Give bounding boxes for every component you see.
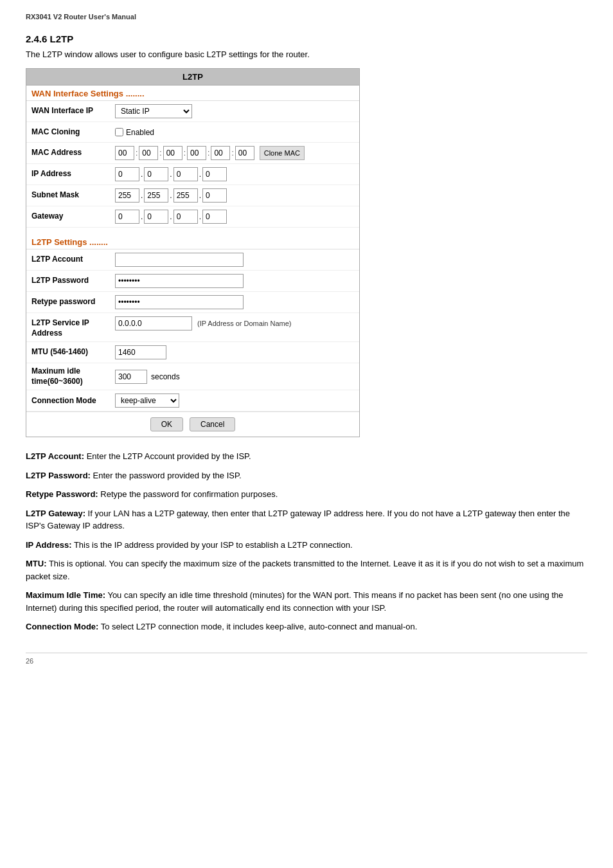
desc-l2tp-password-term: L2TP Password:	[26, 471, 91, 480]
desc-max-idle: Maximum Idle Time: You can specify an id…	[26, 589, 587, 614]
subnet-mask-label: Subnet Mask	[31, 190, 115, 201]
desc-l2tp-password-text: Enter the password provided by the ISP.	[93, 471, 242, 480]
gateway-field-3[interactable]	[173, 210, 198, 224]
ip-field-1[interactable]	[115, 167, 139, 181]
mac-cloning-enabled-text: Enabled	[126, 128, 154, 137]
wan-interface-ip-select[interactable]: Static IP DHCP PPPoE	[115, 104, 192, 118]
mtu-value	[115, 345, 354, 359]
mac-field-1[interactable]	[115, 146, 134, 160]
l2tp-service-ip-row: L2TP Service IP Address (IP Address or D…	[26, 313, 359, 342]
ip-sep-2: .	[170, 170, 172, 179]
mtu-row: MTU (546-1460)	[26, 342, 359, 363]
ip-address-label: IP Address	[31, 169, 115, 179]
section-title: 2.4.6 L2TP	[26, 33, 587, 44]
cancel-button[interactable]: Cancel	[190, 417, 235, 431]
wan-interface-ip-value[interactable]: Static IP DHCP PPPoE	[115, 104, 354, 118]
l2tp-account-value	[115, 253, 354, 267]
subnet-field-3[interactable]	[173, 188, 198, 203]
l2tp-account-input[interactable]	[115, 253, 244, 267]
mtu-label: MTU (546-1460)	[31, 347, 115, 357]
subnet-sep-3: .	[199, 191, 201, 200]
gateway-sep-3: .	[199, 212, 201, 221]
clone-mac-button[interactable]: Clone MAC	[260, 146, 305, 160]
ip-sep-3: .	[199, 170, 201, 179]
subnet-mask-row: Subnet Mask . . .	[26, 185, 359, 206]
desc-l2tp-gateway-text: If your LAN has a L2TP gateway, then ent…	[26, 509, 570, 531]
ip-field-4[interactable]	[202, 167, 227, 181]
gateway-field-4[interactable]	[202, 210, 227, 224]
mac-field-2[interactable]	[139, 146, 158, 160]
gateway-sep-1: .	[141, 212, 143, 221]
gateway-sep-2: .	[170, 212, 172, 221]
desc-max-idle-term: Maximum Idle Time:	[26, 590, 105, 600]
mac-cloning-row: MAC Cloning Enabled	[26, 122, 359, 143]
retype-password-input[interactable]	[115, 295, 244, 309]
desc-connection-mode-term: Connection Mode:	[26, 622, 98, 631]
mac-cloning-value: Enabled	[115, 128, 354, 137]
gateway-value: . . .	[115, 210, 354, 224]
wan-section-header: WAN Interface Settings ........	[26, 86, 359, 101]
l2tp-password-value	[115, 274, 354, 288]
l2tp-password-row: L2TP Password	[26, 271, 359, 292]
mac-sep-1: :	[136, 149, 138, 158]
mac-field-4[interactable]	[187, 146, 206, 160]
desc-retype-password: Retype Password: Retype the password for…	[26, 488, 587, 501]
mac-cloning-checkbox-label[interactable]: Enabled	[115, 128, 154, 137]
idle-unit-text: seconds	[151, 372, 180, 381]
l2tp-service-ip-value: (IP Address or Domain Name)	[115, 316, 354, 330]
desc-l2tp-password: L2TP Password: Enter the password provid…	[26, 469, 587, 482]
mtu-input[interactable]	[115, 345, 166, 359]
ip-address-value: . . .	[115, 167, 354, 181]
mac-cloning-checkbox[interactable]	[115, 128, 123, 136]
subnet-sep-1: .	[141, 191, 143, 200]
mac-cloning-label: MAC Cloning	[31, 127, 115, 138]
connection-mode-value: keep-alive auto-connect manual-on	[115, 393, 354, 408]
connection-mode-select[interactable]: keep-alive auto-connect manual-on	[115, 393, 179, 408]
gateway-row: Gateway . . .	[26, 206, 359, 228]
l2tp-service-ip-input[interactable]	[115, 316, 192, 330]
mac-address-row: MAC Address : : : : : Clone MAC	[26, 143, 359, 164]
gateway-field-2[interactable]	[144, 210, 168, 224]
desc-max-idle-text: You can specify an idle time threshold (…	[26, 590, 564, 613]
l2tp-service-ip-hint-part1: (IP Address or Domain Name)	[197, 320, 292, 327]
desc-l2tp-account-text: Enter the L2TP Account provided by the I…	[87, 451, 251, 461]
mac-sep-3: :	[184, 149, 186, 158]
mac-field-3[interactable]	[163, 146, 182, 160]
mac-field-5[interactable]	[211, 146, 230, 160]
desc-ip-address-text: This is the IP address provided by your …	[74, 540, 353, 550]
page-number: 26	[26, 653, 587, 665]
l2tp-password-label: L2TP Password	[31, 276, 115, 286]
desc-ip-address: IP Address: This is the IP address provi…	[26, 539, 587, 552]
ip-field-3[interactable]	[173, 167, 198, 181]
ip-address-row: IP Address . . .	[26, 164, 359, 185]
max-idle-input[interactable]	[115, 370, 147, 384]
l2tp-service-ip-label: L2TP Service IP Address	[31, 316, 115, 338]
ok-button[interactable]: OK	[150, 417, 183, 431]
desc-mtu-term: MTU:	[26, 559, 47, 568]
desc-mtu: MTU: This is optional. You can specify t…	[26, 557, 587, 583]
subnet-field-2[interactable]	[144, 188, 168, 203]
button-row: OK Cancel	[26, 411, 359, 437]
l2tp-password-input[interactable]	[115, 274, 244, 288]
wan-interface-ip-row: WAN Interface IP Static IP DHCP PPPoE	[26, 101, 359, 122]
wan-interface-ip-label: WAN Interface IP	[31, 106, 115, 116]
desc-l2tp-account: L2TP Account: Enter the L2TP Account pro…	[26, 450, 587, 463]
l2tp-account-label: L2TP Account	[31, 255, 115, 265]
desc-connection-mode-text: To select L2TP connection mode, it inclu…	[101, 622, 418, 631]
subnet-sep-2: .	[170, 191, 172, 200]
desc-l2tp-gateway: L2TP Gateway: If your LAN has a L2TP gat…	[26, 507, 587, 532]
desc-ip-address-term: IP Address:	[26, 540, 72, 550]
ip-sep-1: .	[141, 170, 143, 179]
desc-retype-password-text: Retype the password for confirmation pur…	[100, 489, 278, 499]
gateway-field-1[interactable]	[115, 210, 139, 224]
retype-password-value	[115, 295, 354, 309]
ip-field-2[interactable]	[144, 167, 168, 181]
mac-field-6[interactable]	[235, 146, 254, 160]
config-table: L2TP WAN Interface Settings ........ WAN…	[26, 68, 360, 437]
l2tp-section-header: L2TP Settings ........	[26, 234, 359, 249]
mac-sep-2: :	[159, 149, 161, 158]
gateway-label: Gateway	[31, 212, 115, 222]
subnet-field-4[interactable]	[202, 188, 227, 203]
subnet-field-1[interactable]	[115, 188, 139, 203]
mac-sep-5: :	[231, 149, 233, 158]
